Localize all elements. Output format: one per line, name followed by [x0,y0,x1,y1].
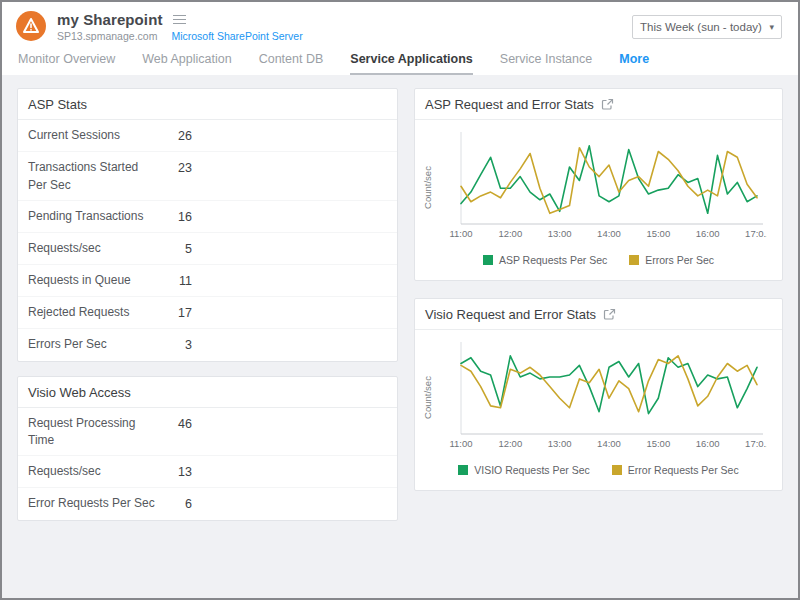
stat-value: 6 [156,495,192,513]
asp-stats-panel-header: ASP Stats [18,89,397,120]
stat-label: Requests/sec [28,463,156,480]
legend-swatch-green [458,465,468,475]
tab-web-application[interactable]: Web Application [142,52,231,75]
panel-title: Visio Web Access [28,385,131,400]
stat-label: Requests in Queue [28,272,156,289]
stat-label: Transactions Started Per Sec [28,159,156,194]
legend-label: Errors Per Sec [645,254,714,266]
tab-bar: Monitor Overview Web Application Content… [2,49,798,75]
warning-triangle-icon [16,11,46,41]
stat-label: Pending Transactions [28,208,156,225]
stat-row: Requests in Queue 11 [18,264,397,296]
asp-chart-legend: ASP Requests Per Sec Errors Per Sec [415,244,782,280]
legend-label: Error Requests Per Sec [628,464,739,476]
stat-label: Request Processing Time [28,415,156,450]
asp-chart-panel: ASP Request and Error Stats Count/sec 11… [414,88,783,281]
stat-row: Current Sessions 26 [18,120,397,151]
caret-down-icon: ▾ [769,22,774,32]
stat-row: Requests/sec 5 [18,232,397,264]
x-tick-label: 15:00 [646,438,670,449]
app-header: my Sharepoint SP13.spmanage.com Microsof… [2,2,798,49]
x-tick-label: 11:00 [449,228,472,239]
legend-item: Error Requests Per Sec [612,464,739,476]
x-tick-label: 11:00 [449,438,472,449]
stat-label: Current Sessions [28,127,156,144]
visio-chart-legend: VISIO Requests Per Sec Error Requests Pe… [415,454,782,490]
stat-value: 5 [156,240,192,258]
series-line-0 [461,146,757,214]
stat-row: Rejected Requests 17 [18,296,397,328]
tab-monitor-overview[interactable]: Monitor Overview [18,52,115,75]
tab-content-db[interactable]: Content DB [259,52,324,75]
stat-label: Requests/sec [28,240,156,257]
right-column: ASP Request and Error Stats Count/sec 11… [414,88,783,585]
stat-value: 46 [156,415,192,433]
visio-chart-panel: Visio Request and Error Stats Count/sec … [414,298,783,491]
stat-value: 13 [156,463,192,481]
stat-value: 26 [156,127,192,145]
asp-stats-table: Current Sessions 26 Transactions Started… [18,120,397,361]
x-tick-label: 15:00 [646,228,670,239]
legend-swatch-green [483,255,493,265]
x-tick-label: 17:0.. [745,438,767,449]
x-tick-label: 16:00 [696,228,720,239]
stat-label: Errors Per Sec [28,336,156,353]
stat-row: Transactions Started Per Sec 23 [18,151,397,200]
legend-label: VISIO Requests Per Sec [474,464,590,476]
visio-chart-panel-header: Visio Request and Error Stats [415,299,782,330]
stat-row: Error Requests Per Sec 6 [18,487,397,519]
chart-title: Visio Request and Error Stats [425,307,596,322]
server-type-link[interactable]: Microsoft SharePoint Server [171,30,302,42]
open-in-new-icon[interactable] [603,308,616,321]
legend-swatch-gold [612,465,622,475]
chart-title: ASP Request and Error Stats [425,97,594,112]
stat-row: Requests/sec 13 [18,455,397,487]
tab-service-instance[interactable]: Service Instance [500,52,592,75]
visio-web-access-panel: Visio Web Access Request Processing Time… [17,376,398,521]
visio-line-chart: 11:0012:0013:0014:0015:0016:0017:0.. [435,340,767,454]
x-tick-label: 13:00 [548,228,572,239]
sharepoint-monitor-logo-icon [16,11,46,41]
host-name: SP13.spmanage.com [57,30,157,42]
asp-line-chart: 11:0012:0013:0014:0015:0016:0017:0.. [435,130,767,244]
stat-label: Error Requests Per Sec [28,495,156,512]
page-title: my Sharepoint [57,11,163,28]
dashboard-window: my Sharepoint SP13.spmanage.com Microsof… [0,0,800,600]
stat-value: 16 [156,208,192,226]
x-tick-label: 14:00 [597,228,621,239]
stat-value: 11 [156,272,192,290]
asp-chart-panel-header: ASP Request and Error Stats [415,89,782,120]
stat-row: Errors Per Sec 3 [18,328,397,360]
visio-web-access-panel-header: Visio Web Access [18,377,397,408]
x-tick-label: 17:0.. [745,228,767,239]
stat-row: Pending Transactions 16 [18,200,397,232]
y-axis-label: Count/sec [419,130,435,244]
stat-value: 23 [156,159,192,177]
stat-row: Request Processing Time 46 [18,408,397,456]
tab-more[interactable]: More [619,52,649,75]
legend-item: VISIO Requests Per Sec [458,464,590,476]
stat-value: 17 [156,304,192,322]
visio-chart-body: Count/sec 11:0012:0013:0014:0015:0016:00… [415,330,782,454]
y-axis-label: Count/sec [419,340,435,454]
x-tick-label: 12:00 [498,438,522,449]
time-range-value: This Week (sun - today) [640,21,762,33]
left-column: ASP Stats Current Sessions 26 Transactio… [17,88,398,585]
legend-item: ASP Requests Per Sec [483,254,607,266]
legend-label: ASP Requests Per Sec [499,254,607,266]
x-tick-label: 16:00 [696,438,720,449]
main-content: ASP Stats Current Sessions 26 Transactio… [2,75,798,598]
tab-service-applications[interactable]: Service Applications [350,52,473,75]
hamburger-menu-icon[interactable] [173,15,186,25]
stat-label: Rejected Requests [28,304,156,321]
open-in-new-icon[interactable] [601,98,614,111]
visio-web-access-table: Request Processing Time 46 Requests/sec … [18,408,397,520]
x-tick-label: 12:00 [498,228,522,239]
x-tick-label: 14:00 [597,438,621,449]
stat-value: 3 [156,336,192,354]
asp-chart-body: Count/sec 11:0012:0013:0014:0015:0016:00… [415,120,782,244]
title-block: my Sharepoint SP13.spmanage.com Microsof… [57,9,303,42]
legend-item: Errors Per Sec [629,254,714,266]
x-tick-label: 13:00 [548,438,572,449]
time-range-select[interactable]: This Week (sun - today) ▾ [632,15,782,39]
